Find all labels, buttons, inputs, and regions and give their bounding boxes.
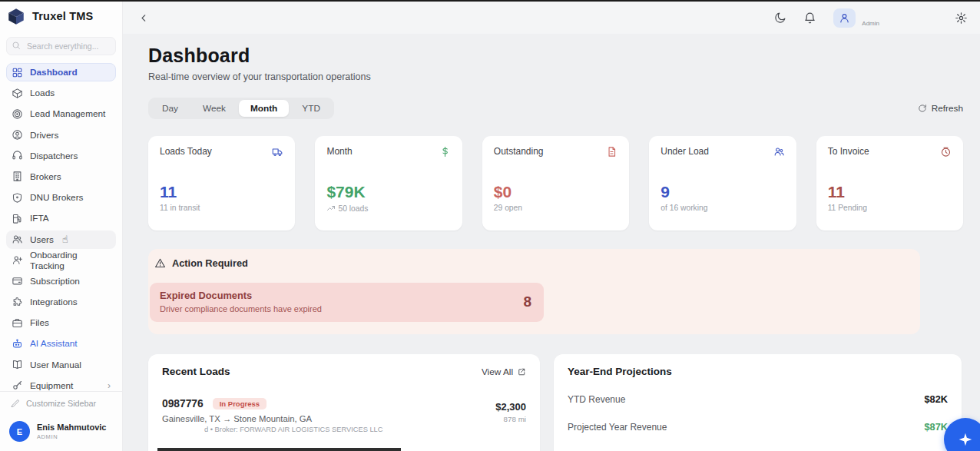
stat-sub: 50 loads [338,204,368,213]
chevron-right-icon: › [108,380,111,391]
app-logo-cube-icon [6,6,26,26]
notifications-bell-icon[interactable] [803,12,816,25]
customize-sidebar-button[interactable]: Customize Sidebar [0,391,122,415]
stat-value: $79K [326,183,450,201]
view-all-button[interactable]: View All [482,366,526,377]
mouse-cursor-icon: ☝ [62,234,68,245]
load-list-item[interactable]: 0987776 In Progress Gainesville, TX → St… [162,398,526,433]
window-top-edge [0,0,980,2]
sidebar-item-label: Brokers [30,171,61,182]
page-title: Dashboard [148,45,963,67]
sidebar-item-lead-management[interactable]: Lead Management [6,104,116,123]
user-profile[interactable]: E Enis Mahmutovic ADMIN [0,415,122,451]
stat-label: To Invoice [828,146,869,157]
refresh-button[interactable]: Refresh [918,103,963,114]
sidebar-item-user-manual[interactable]: User Manual [6,356,116,374]
tab-day[interactable]: Day [151,100,190,117]
stat-label: Outstanding [494,146,544,157]
sidebar-item-dnu-brokers[interactable]: DNU Brokers [6,188,116,207]
user-plus-icon [12,254,23,266]
dashboard-icon [12,67,23,78]
sidebar-item-label: User Manual [30,360,81,370]
admin-label: Admin [862,20,879,27]
clock-icon [940,146,952,158]
robot-icon [12,338,23,350]
sidebar-item-label: Dispatchers [30,151,78,161]
screen-bottom-strip [157,448,401,451]
external-link-icon [517,367,526,376]
users-icon [12,234,23,245]
sidebar-item-label: Dashboard [30,67,78,78]
sidebar: Truxel TMS Dashboard Loads Lead Manageme… [0,0,123,451]
sidebar-item-dashboard[interactable]: Dashboard [6,63,116,81]
tab-month[interactable]: Month [239,100,289,117]
stat-card-under-load[interactable]: Under Load 9 of 16 working [649,136,796,230]
bottom-panels: Recent Loads View All 0987776 In Progres… [148,354,963,451]
stat-label: Under Load [661,146,709,157]
action-required-section: Action Required Expired Documents Driver… [148,249,920,334]
invoice-icon [606,146,617,158]
sidebar-item-brokers[interactable]: Brokers [6,167,116,186]
sidebar-item-label: Subscription [30,276,80,287]
collapse-sidebar-icon[interactable] [138,12,150,24]
stat-value: 11 [828,183,952,201]
recent-loads-panel: Recent Loads View All 0987776 In Progres… [148,354,540,451]
stat-card-outstanding[interactable]: Outstanding $0 29 open [482,136,629,230]
load-amount: $2,300 [495,401,526,413]
sidebar-item-ifta[interactable]: IFTA [6,209,116,227]
key-icon [12,380,23,391]
refresh-label: Refresh [932,103,963,114]
stat-card-month[interactable]: Month $79K 50 loads [315,136,462,230]
expired-documents-card[interactable]: Expired Documents Driver compliance docu… [150,283,544,322]
sidebar-item-equipment[interactable]: Equipment › [6,376,116,391]
projection-row-projected-revenue: Projected Year Revenue $87K [568,421,948,433]
sidebar-item-label: Equipment [30,380,73,391]
package-icon [12,88,23,99]
load-route: Gainesville, TX → Stone Mountain, GA [162,414,382,423]
expired-documents-title: Expired Documents [160,290,322,301]
search-input[interactable] [6,37,116,55]
sidebar-item-drivers[interactable]: Drivers [6,126,116,144]
sidebar-search [6,37,116,55]
sidebar-item-files[interactable]: Files [6,313,116,332]
sidebar-item-loads[interactable]: Loads [6,84,116,102]
stat-value: $0 [494,183,617,201]
sidebar-item-label: AI Assistant [30,338,78,349]
puzzle-icon [12,297,23,308]
sidebar-item-onboarding-tracking[interactable]: Onboarding Tracking [6,251,116,270]
tab-week[interactable]: Week [191,100,237,117]
sidebar-item-label: IFTA [30,213,49,224]
stat-label: Month [326,146,352,157]
user-role-badge: ADMIN [37,433,106,440]
sidebar-item-dispatchers[interactable]: Dispatchers [6,147,116,165]
shield-icon [12,192,23,204]
stat-sub: of 16 working [661,204,784,212]
customize-sidebar-label: Customize Sidebar [26,399,96,408]
settings-gear-icon[interactable] [955,12,968,25]
load-miles: 878 mi [495,415,526,423]
fuel-icon [12,213,23,224]
sidebar-item-ai-assistant[interactable]: AI Assistant [6,334,116,353]
stat-label: Loads Today [160,146,212,157]
sidebar-item-integrations[interactable]: Integrations [6,293,116,311]
action-required-title: Action Required [172,257,248,269]
sidebar-item-subscription[interactable]: Subscription [6,272,116,290]
tab-ytd[interactable]: YTD [290,100,332,117]
load-id: 0987776 [162,398,204,410]
driver-icon [12,129,23,141]
stat-card-to-invoice[interactable]: To Invoice 11 11 Pending [816,136,963,230]
sidebar-item-label: Files [30,317,49,328]
projection-label: YTD Revenue [568,394,625,405]
view-all-label: View All [482,366,513,377]
sparkle-icon [958,432,973,447]
stat-card-loads-today[interactable]: Loads Today 11 11 in transit [148,136,295,230]
target-icon [12,108,23,120]
period-toolbar: Day Week Month YTD Refresh [148,98,963,119]
building-icon [12,171,23,182]
sidebar-item-users[interactable]: Users ☝ [6,230,116,249]
expired-documents-count: 8 [523,293,531,310]
recent-loads-title: Recent Loads [162,366,230,377]
sidebar-item-label: Onboarding Tracking [30,250,111,271]
account-user-icon[interactable] [833,8,856,28]
dark-mode-icon[interactable] [773,12,786,25]
